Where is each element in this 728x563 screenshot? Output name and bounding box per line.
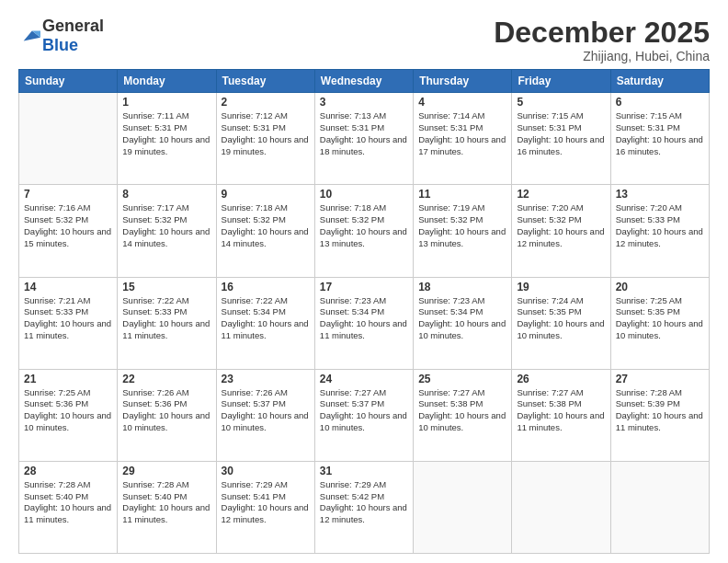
calendar-cell: 4Sunrise: 7:14 AM Sunset: 5:31 PM Daylig… <box>414 93 512 185</box>
page: General Blue December 2025 Zhijiang, Hub… <box>0 0 728 563</box>
day-info: Sunrise: 7:21 AM Sunset: 5:33 PM Dayligh… <box>24 295 112 342</box>
calendar-day-header: Saturday <box>610 70 709 93</box>
calendar-cell: 17Sunrise: 7:23 AM Sunset: 5:34 PM Dayli… <box>314 277 413 369</box>
calendar-cell: 3Sunrise: 7:13 AM Sunset: 5:31 PM Daylig… <box>314 93 413 185</box>
calendar-cell: 16Sunrise: 7:22 AM Sunset: 5:34 PM Dayli… <box>216 277 314 369</box>
calendar-table: SundayMondayTuesdayWednesdayThursdayFrid… <box>18 69 710 554</box>
calendar-cell: 22Sunrise: 7:26 AM Sunset: 5:36 PM Dayli… <box>118 369 216 461</box>
calendar-cell: 11Sunrise: 7:19 AM Sunset: 5:32 PM Dayli… <box>414 185 512 277</box>
day-number: 27 <box>616 373 704 385</box>
calendar-cell: 21Sunrise: 7:25 AM Sunset: 5:36 PM Dayli… <box>19 369 118 461</box>
day-number: 15 <box>122 281 210 293</box>
calendar-cell: 30Sunrise: 7:29 AM Sunset: 5:41 PM Dayli… <box>216 461 314 553</box>
day-info: Sunrise: 7:20 AM Sunset: 5:32 PM Dayligh… <box>517 202 605 249</box>
month-title: December 2025 <box>494 17 710 49</box>
calendar-cell: 12Sunrise: 7:20 AM Sunset: 5:32 PM Dayli… <box>512 185 610 277</box>
logo: General Blue <box>18 17 104 55</box>
calendar-cell: 27Sunrise: 7:28 AM Sunset: 5:39 PM Dayli… <box>610 369 709 461</box>
day-number: 10 <box>320 188 408 201</box>
day-number: 13 <box>616 188 704 201</box>
calendar-cell: 28Sunrise: 7:28 AM Sunset: 5:40 PM Dayli… <box>19 461 118 553</box>
day-info: Sunrise: 7:20 AM Sunset: 5:33 PM Dayligh… <box>616 202 704 249</box>
day-number: 31 <box>320 465 408 477</box>
day-number: 5 <box>517 96 605 109</box>
day-info: Sunrise: 7:22 AM Sunset: 5:33 PM Dayligh… <box>122 295 210 342</box>
calendar-cell <box>414 461 512 553</box>
day-info: Sunrise: 7:12 AM Sunset: 5:31 PM Dayligh… <box>222 110 310 157</box>
logo-icon <box>20 26 40 46</box>
day-info: Sunrise: 7:28 AM Sunset: 5:40 PM Dayligh… <box>122 479 210 526</box>
day-info: Sunrise: 7:15 AM Sunset: 5:31 PM Dayligh… <box>517 110 605 157</box>
calendar-day-header: Thursday <box>414 70 512 93</box>
calendar-cell: 29Sunrise: 7:28 AM Sunset: 5:40 PM Dayli… <box>118 461 216 553</box>
calendar-day-header: Monday <box>118 70 216 93</box>
day-number: 30 <box>222 465 310 477</box>
calendar-week-row: 21Sunrise: 7:25 AM Sunset: 5:36 PM Dayli… <box>19 369 710 461</box>
day-info: Sunrise: 7:17 AM Sunset: 5:32 PM Dayligh… <box>122 202 210 249</box>
calendar-day-header: Tuesday <box>216 70 314 93</box>
calendar-cell: 25Sunrise: 7:27 AM Sunset: 5:38 PM Dayli… <box>414 369 512 461</box>
calendar-day-header: Friday <box>512 70 610 93</box>
calendar-week-row: 14Sunrise: 7:21 AM Sunset: 5:33 PM Dayli… <box>19 277 710 369</box>
calendar-cell: 18Sunrise: 7:23 AM Sunset: 5:34 PM Dayli… <box>414 277 512 369</box>
header-right: December 2025 Zhijiang, Hubei, China <box>494 17 710 63</box>
day-info: Sunrise: 7:28 AM Sunset: 5:40 PM Dayligh… <box>24 479 112 526</box>
day-info: Sunrise: 7:26 AM Sunset: 5:37 PM Dayligh… <box>222 387 310 434</box>
calendar-cell <box>512 461 610 553</box>
calendar-week-row: 7Sunrise: 7:16 AM Sunset: 5:32 PM Daylig… <box>19 185 710 277</box>
day-number: 1 <box>122 96 210 109</box>
calendar-cell: 8Sunrise: 7:17 AM Sunset: 5:32 PM Daylig… <box>118 185 216 277</box>
day-number: 28 <box>24 465 112 477</box>
calendar-cell: 15Sunrise: 7:22 AM Sunset: 5:33 PM Dayli… <box>118 277 216 369</box>
day-info: Sunrise: 7:29 AM Sunset: 5:41 PM Dayligh… <box>222 479 310 526</box>
day-info: Sunrise: 7:23 AM Sunset: 5:34 PM Dayligh… <box>418 295 506 342</box>
day-number: 11 <box>418 188 506 201</box>
day-info: Sunrise: 7:13 AM Sunset: 5:31 PM Dayligh… <box>320 110 408 157</box>
day-info: Sunrise: 7:26 AM Sunset: 5:36 PM Dayligh… <box>122 387 210 434</box>
calendar-cell: 26Sunrise: 7:27 AM Sunset: 5:38 PM Dayli… <box>512 369 610 461</box>
day-info: Sunrise: 7:11 AM Sunset: 5:31 PM Dayligh… <box>122 110 210 157</box>
day-info: Sunrise: 7:19 AM Sunset: 5:32 PM Dayligh… <box>418 202 506 249</box>
day-number: 9 <box>222 188 310 201</box>
day-number: 26 <box>517 373 605 385</box>
day-info: Sunrise: 7:25 AM Sunset: 5:36 PM Dayligh… <box>24 387 112 434</box>
day-number: 12 <box>517 188 605 201</box>
calendar-cell: 19Sunrise: 7:24 AM Sunset: 5:35 PM Dayli… <box>512 277 610 369</box>
day-info: Sunrise: 7:14 AM Sunset: 5:31 PM Dayligh… <box>418 110 506 157</box>
calendar-week-row: 1Sunrise: 7:11 AM Sunset: 5:31 PM Daylig… <box>19 93 710 185</box>
calendar-cell: 31Sunrise: 7:29 AM Sunset: 5:42 PM Dayli… <box>314 461 413 553</box>
calendar-cell: 20Sunrise: 7:25 AM Sunset: 5:35 PM Dayli… <box>610 277 709 369</box>
day-number: 16 <box>222 281 310 293</box>
calendar-day-header: Sunday <box>19 70 118 93</box>
day-number: 20 <box>616 281 704 293</box>
day-info: Sunrise: 7:23 AM Sunset: 5:34 PM Dayligh… <box>320 295 408 342</box>
day-number: 6 <box>616 96 704 109</box>
logo-text: General Blue <box>42 17 104 55</box>
day-info: Sunrise: 7:16 AM Sunset: 5:32 PM Dayligh… <box>24 202 112 249</box>
day-info: Sunrise: 7:27 AM Sunset: 5:38 PM Dayligh… <box>517 387 605 434</box>
calendar-cell: 1Sunrise: 7:11 AM Sunset: 5:31 PM Daylig… <box>118 93 216 185</box>
calendar-cell <box>610 461 709 553</box>
day-number: 23 <box>222 373 310 385</box>
day-number: 3 <box>320 96 408 109</box>
location: Zhijiang, Hubei, China <box>494 49 710 63</box>
day-number: 29 <box>122 465 210 477</box>
day-number: 19 <box>517 281 605 293</box>
day-number: 25 <box>418 373 506 385</box>
day-info: Sunrise: 7:22 AM Sunset: 5:34 PM Dayligh… <box>222 295 310 342</box>
day-number: 22 <box>122 373 210 385</box>
day-number: 14 <box>24 281 112 293</box>
calendar-cell: 10Sunrise: 7:18 AM Sunset: 5:32 PM Dayli… <box>314 185 413 277</box>
calendar-header-row: SundayMondayTuesdayWednesdayThursdayFrid… <box>19 70 710 93</box>
calendar-cell: 13Sunrise: 7:20 AM Sunset: 5:33 PM Dayli… <box>610 185 709 277</box>
calendar-cell: 23Sunrise: 7:26 AM Sunset: 5:37 PM Dayli… <box>216 369 314 461</box>
calendar-cell: 6Sunrise: 7:15 AM Sunset: 5:31 PM Daylig… <box>610 93 709 185</box>
day-info: Sunrise: 7:27 AM Sunset: 5:38 PM Dayligh… <box>418 387 506 434</box>
calendar-cell <box>19 93 118 185</box>
logo-blue: Blue <box>42 36 78 54</box>
day-info: Sunrise: 7:24 AM Sunset: 5:35 PM Dayligh… <box>517 295 605 342</box>
day-number: 17 <box>320 281 408 293</box>
day-number: 18 <box>418 281 506 293</box>
day-info: Sunrise: 7:28 AM Sunset: 5:39 PM Dayligh… <box>616 387 704 434</box>
day-info: Sunrise: 7:25 AM Sunset: 5:35 PM Dayligh… <box>616 295 704 342</box>
